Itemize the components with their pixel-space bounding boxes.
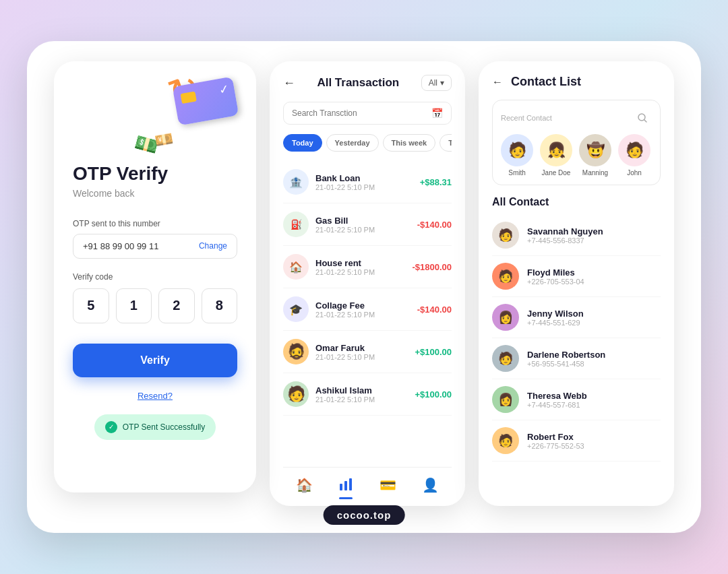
card-illustration: ↻ ✓ 💵 💴 — [128, 68, 243, 156]
tx-header: ← All Transaction All ▾ — [283, 75, 452, 91]
recent-contact-janedoe[interactable]: 👧 Jane Doe — [540, 134, 572, 177]
otp-subtitle: Welcome back — [73, 188, 237, 199]
jenny-info: Jenny Wilson +7-445-551-629 — [527, 309, 661, 327]
house-icon: 🏠 — [283, 254, 309, 280]
robert-avatar: 🧑 — [492, 427, 519, 454]
recent-contact-section: Recent Contact 🧑 Smith 👧 Jane Doe — [492, 100, 661, 185]
tx-ashikul-date: 21-01-22 5:10 PM — [315, 395, 415, 404]
chevron-down-icon: ▾ — [440, 78, 444, 88]
otp-success-msg: ✓ OTP Sent Successfully — [94, 414, 216, 440]
nav-stats-icon[interactable] — [338, 477, 353, 495]
tx-gas-amount: -$140.00 — [417, 220, 452, 230]
tx-bank-amount: +$88.31 — [420, 177, 452, 187]
smith-name: Smith — [508, 169, 526, 177]
list-item[interactable]: 🧑 Robert Fox +226-775-552-53 — [492, 420, 661, 461]
tx-college-name: Collage Fee — [315, 300, 417, 311]
svg-line-4 — [644, 120, 646, 122]
ashikul-avatar: 🧑 — [283, 381, 309, 407]
janedoe-avatar: 👧 — [540, 134, 572, 166]
robert-info: Robert Fox +226-775-552-53 — [527, 432, 661, 450]
svg-rect-0 — [340, 484, 342, 490]
john-name: John — [627, 169, 642, 177]
watermark: cocoo.top — [324, 505, 405, 525]
tx-college-amount: -$140.00 — [417, 305, 452, 315]
nav-profile-icon[interactable]: 👤 — [422, 477, 439, 495]
search-calendar-icon: 📅 — [431, 108, 443, 119]
robert-phone: +226-775-552-53 — [527, 442, 661, 450]
tab-today[interactable]: Today — [283, 134, 322, 152]
floyd-name: Floyd Miles — [527, 267, 661, 278]
verify-code-label: Verify code — [73, 272, 237, 282]
recent-label: Recent Contact — [501, 114, 552, 122]
list-item[interactable]: 👩 Jenny Wilson +7-445-551-629 — [492, 297, 661, 338]
otp-digit-4[interactable]: 8 — [202, 288, 238, 323]
transaction-screen: ← All Transaction All ▾ 📅 Today Yesterda… — [270, 61, 465, 506]
list-item[interactable]: 🧑 Darlene Robertson +56-955-541-458 — [492, 338, 661, 379]
otp-sent-label: OTP sent to this number — [73, 219, 237, 228]
search-button[interactable] — [633, 108, 652, 127]
list-item[interactable]: 🧑 Savannah Nguyen +7-445-556-8337 — [492, 215, 661, 256]
tx-ashikul-amount: +$100.00 — [415, 389, 452, 400]
contact-title: Contact List — [511, 75, 581, 89]
contact-back-button[interactable]: ← — [492, 76, 503, 88]
table-row: 🏠 House rent 21-01-22 5:10 PM -$1800.00 — [283, 246, 452, 288]
tx-gas-date: 21-01-22 5:10 PM — [315, 226, 417, 234]
tx-back-button[interactable]: ← — [283, 76, 295, 90]
tab-this[interactable]: This — [439, 134, 452, 152]
savannah-phone: +7-445-556-8337 — [527, 236, 661, 245]
list-item[interactable]: 👩 Theresa Webb +7-445-557-681 — [492, 379, 661, 420]
contact-header: ← Contact List — [492, 75, 661, 89]
tx-ashikul-name: Ashikul Islam — [315, 385, 415, 395]
robert-name: Robert Fox — [527, 432, 661, 442]
tx-bank-info: Bank Loan 21-01-22 5:10 PM — [315, 173, 420, 191]
omar-avatar: 🧔 — [283, 339, 309, 364]
tx-omar-info: Omar Faruk 21-01-22 5:10 PM — [315, 343, 415, 361]
tx-bottom-nav: 🏠 💳 👤 — [283, 467, 452, 506]
floyd-phone: +226-705-553-04 — [527, 278, 661, 286]
tx-house-amount: -$1800.00 — [412, 262, 452, 272]
tx-title: All Transaction — [317, 76, 399, 90]
otp-digit-1[interactable]: 5 — [73, 288, 109, 323]
tab-yesterday[interactable]: Yesterday — [326, 134, 379, 152]
darlene-phone: +56-955-541-458 — [527, 360, 661, 368]
john-avatar: 🧑 — [618, 134, 650, 166]
otp-digit-3[interactable]: 2 — [158, 288, 195, 323]
list-item[interactable]: 🧑 Floyd Miles +226-705-553-04 — [492, 256, 661, 297]
recent-contact-manning[interactable]: 🤠 Manning — [579, 134, 611, 177]
tx-search-bar[interactable]: 📅 — [283, 102, 452, 125]
darlene-avatar: 🧑 — [492, 345, 519, 372]
darlene-name: Darlene Robertson — [527, 350, 661, 360]
tab-this-week[interactable]: This week — [383, 134, 436, 152]
manning-name: Manning — [582, 169, 608, 177]
tx-tabs: Today Yesterday This week This — [283, 134, 452, 152]
recent-contact-john[interactable]: 🧑 John — [618, 134, 650, 177]
table-row: 🎓 Collage Fee 21-01-22 5:10 PM -$140.00 — [283, 288, 452, 331]
otp-digit-2[interactable]: 1 — [116, 288, 152, 323]
table-row: 🏦 Bank Loan 21-01-22 5:10 PM +$88.31 — [283, 161, 452, 203]
otp-screen: ↻ ✓ 💵 💴 OTP Verify Welcome back OTP sent… — [54, 61, 256, 492]
tx-gas-info: Gas Bill 21-01-22 5:10 PM — [315, 216, 417, 234]
tx-house-date: 21-01-22 5:10 PM — [315, 268, 412, 276]
tx-search-input[interactable] — [292, 108, 426, 118]
tx-bank-date: 21-01-22 5:10 PM — [315, 183, 420, 191]
verify-button[interactable]: Verify — [73, 344, 237, 377]
floyd-info: Floyd Miles +226-705-553-04 — [527, 267, 661, 286]
recent-header: Recent Contact — [501, 108, 652, 127]
tx-omar-amount: +$100.00 — [415, 347, 452, 357]
savannah-name: Savannah Nguyen — [527, 226, 661, 236]
theresa-name: Theresa Webb — [527, 391, 661, 401]
otp-digits: 5 1 2 8 — [73, 288, 237, 323]
tx-house-name: House rent — [315, 258, 412, 268]
all-contact-title: All Contact — [492, 196, 661, 208]
tx-filter-dropdown[interactable]: All ▾ — [421, 75, 452, 91]
resend-link[interactable]: Resend? — [73, 391, 237, 401]
nav-home-icon[interactable]: 🏠 — [296, 477, 313, 495]
recent-contact-smith[interactable]: 🧑 Smith — [501, 134, 533, 177]
jenny-phone: +7-445-551-629 — [527, 319, 661, 327]
gas-icon: ⛽ — [283, 212, 309, 237]
nav-wallet-icon[interactable]: 💳 — [380, 477, 396, 495]
savannah-avatar: 🧑 — [492, 222, 519, 249]
phone-number: +91 88 99 00 99 11 — [83, 241, 158, 251]
janedoe-name: Jane Doe — [542, 169, 571, 177]
change-link[interactable]: Change — [199, 241, 227, 251]
